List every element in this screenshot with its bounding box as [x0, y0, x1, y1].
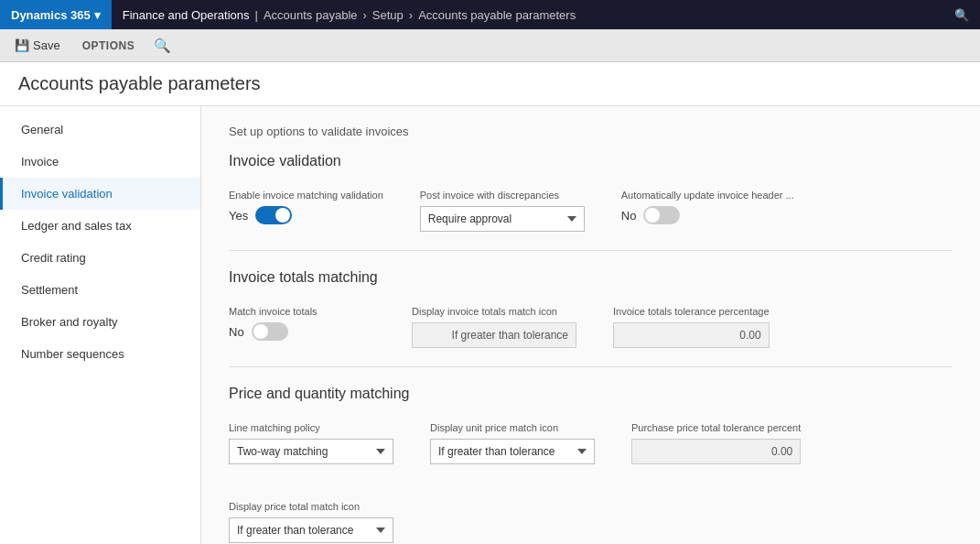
post-invoice-select[interactable]: Require approval Allow Disallow [420, 206, 585, 232]
search-icon[interactable]: 🔍 [943, 8, 980, 22]
chevron-down-icon: ▾ [94, 8, 101, 22]
divider-2 [229, 366, 953, 367]
enable-matching-label: Enable invoice matching validation [229, 190, 383, 201]
match-totals-slider[interactable] [252, 322, 288, 341]
breadcrumb-parameters[interactable]: Accounts payable parameters [418, 8, 576, 22]
field-enable-matching: Enable invoice matching validation Yes [229, 190, 383, 224]
price-qty-header: Price and quantity matching [229, 386, 953, 408]
save-button[interactable]: 💾 Save [7, 35, 68, 56]
section-subtitle: Set up options to validate invoices [229, 125, 953, 138]
display-price-total-icon-label: Display price total match icon [229, 501, 393, 512]
auto-update-label: Automatically update invoice header ... [621, 190, 794, 201]
display-price-total-icon-select[interactable]: If greater than tolerance Always Never [229, 517, 393, 543]
page-title: Accounts payable parameters [18, 73, 962, 94]
purchase-price-tolerance-pct-input [631, 439, 801, 464]
divider-1 [229, 250, 953, 251]
field-display-price-total-icon: Display price total match icon If greate… [229, 501, 393, 543]
enable-matching-toggle-wrapper: Yes [229, 206, 383, 224]
sidebar-item-credit-rating[interactable]: Credit rating [0, 242, 200, 274]
breadcrumb-setup[interactable]: Setup [372, 8, 404, 22]
field-totals-tolerance: Invoice totals tolerance percentage [613, 306, 770, 348]
finance-label: Finance and Operations [123, 8, 250, 22]
field-display-unit-price-icon: Display unit price match icon If greater… [430, 422, 595, 464]
match-totals-toggle[interactable] [252, 322, 288, 341]
sidebar-item-number-sequences[interactable]: Number sequences [0, 338, 200, 370]
field-purchase-price-tolerance-pct: Purchase price total tolerance percent [631, 422, 801, 464]
invoice-validation-header: Invoice validation [229, 153, 953, 175]
invoice-totals-fields: Match invoice totals No Display invoice … [229, 306, 953, 348]
display-totals-icon-label: Display invoice totals match icon [412, 306, 576, 317]
auto-update-value: No [621, 209, 637, 223]
purchase-price-tolerance-pct-label: Purchase price total tolerance percent [631, 422, 801, 433]
line-matching-policy-select[interactable]: Two-way matching Three-way matching [229, 439, 393, 464]
field-line-matching-policy: Line matching policy Two-way matching Th… [229, 422, 393, 464]
invoice-totals-header: Invoice totals matching [229, 269, 953, 291]
auto-update-toggle-wrapper: No [621, 206, 794, 224]
field-auto-update: Automatically update invoice header ... … [621, 190, 794, 224]
toolbar: 💾 Save OPTIONS 🔍 [0, 29, 980, 62]
price-qty-fields-row1: Line matching policy Two-way matching Th… [229, 422, 953, 543]
field-display-totals-icon: Display invoice totals match icon [412, 306, 576, 348]
dynamics-label: Dynamics 365 [11, 8, 91, 22]
enable-matching-value: Yes [229, 209, 248, 223]
display-unit-price-icon-label: Display unit price match icon [430, 422, 595, 433]
sidebar-item-invoice[interactable]: Invoice [0, 146, 200, 178]
enable-matching-slider[interactable] [255, 206, 292, 224]
field-post-invoice: Post invoice with discrepancies Require … [420, 190, 585, 232]
totals-tolerance-label: Invoice totals tolerance percentage [613, 306, 770, 317]
auto-update-slider[interactable] [643, 206, 680, 224]
main-content: Set up options to validate invoices Invo… [201, 106, 980, 544]
sidebar-item-ledger[interactable]: Ledger and sales tax [0, 210, 200, 242]
breadcrumb: Finance and Operations | Accounts payabl… [112, 8, 587, 22]
sidebar-item-settlement[interactable]: Settlement [0, 274, 200, 306]
invoice-validation-fields: Enable invoice matching validation Yes P… [229, 190, 953, 232]
line-matching-policy-label: Line matching policy [229, 422, 393, 433]
dynamics-logo[interactable]: Dynamics 365 ▾ [0, 0, 112, 29]
match-totals-value: No [229, 325, 244, 339]
sidebar-item-broker[interactable]: Broker and royalty [0, 306, 200, 338]
enable-matching-toggle[interactable] [255, 206, 292, 224]
breadcrumb-accounts-payable[interactable]: Accounts payable [264, 8, 358, 22]
sidebar-item-invoice-validation[interactable]: Invoice validation [0, 178, 200, 210]
toolbar-search-icon[interactable]: 🔍 [149, 33, 175, 59]
sidebar: General Invoice Invoice validation Ledge… [0, 106, 201, 544]
post-invoice-label: Post invoice with discrepancies [420, 190, 585, 201]
save-icon: 💾 [15, 38, 29, 52]
page-body: General Invoice Invoice validation Ledge… [0, 106, 980, 544]
top-nav: Dynamics 365 ▾ Finance and Operations | … [0, 0, 980, 29]
display-totals-icon-input [412, 322, 576, 348]
match-totals-toggle-wrapper: No [229, 322, 375, 341]
save-label: Save [33, 38, 60, 52]
sidebar-item-general[interactable]: General [0, 114, 200, 146]
match-totals-label: Match invoice totals [229, 306, 375, 317]
field-match-totals: Match invoice totals No [229, 306, 375, 341]
totals-tolerance-input [613, 322, 770, 348]
auto-update-toggle[interactable] [643, 206, 680, 224]
page-header: Accounts payable parameters [0, 62, 980, 106]
options-button[interactable]: OPTIONS [75, 36, 143, 56]
display-unit-price-icon-select[interactable]: If greater than tolerance Always Never [430, 439, 595, 464]
